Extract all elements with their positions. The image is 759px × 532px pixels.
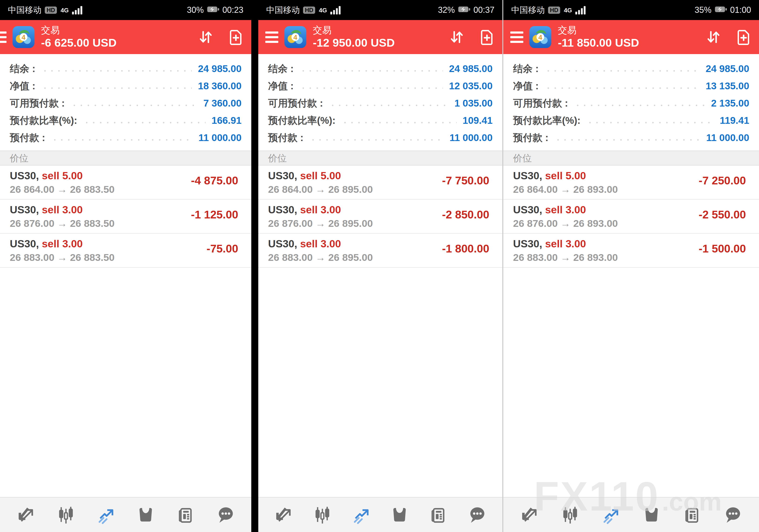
free-margin-label: 可用预付款 : — [268, 97, 323, 110]
tab-news[interactable] — [428, 505, 448, 525]
position-row[interactable]: US30, sell 3.00 26 876.00 → 26 893.00 -2… — [503, 200, 759, 233]
menu-icon[interactable] — [0, 31, 7, 43]
equity-label: 净值 : — [10, 79, 35, 93]
tab-quotes[interactable] — [520, 505, 539, 525]
dotted-leader — [300, 69, 443, 72]
new-order-button[interactable] — [227, 29, 244, 45]
summary-row-free-margin: 可用预付款 : 2 135.00 — [513, 95, 749, 112]
bottom-toolbar — [258, 497, 502, 532]
mt4-app-icon: 4 — [529, 26, 552, 49]
positions-section-header: 价位 — [258, 150, 502, 166]
summary-row-margin-level: 预付款比率(%): 119.41 — [513, 112, 749, 129]
tab-history[interactable] — [642, 505, 661, 525]
sort-icon — [197, 29, 214, 45]
position-symbol: US30, — [10, 238, 39, 250]
position-prices: 26 864.00 → 26 895.00 — [268, 184, 373, 195]
tab-quotes[interactable] — [16, 505, 36, 525]
new-order-icon — [227, 29, 244, 45]
position-side-volume: sell 3.00 — [300, 204, 341, 216]
position-symbol: US30, — [10, 170, 39, 182]
history-icon — [390, 505, 409, 524]
tab-charts[interactable] — [56, 505, 76, 525]
new-order-button[interactable] — [479, 29, 495, 45]
margin-level-label: 预付款比率(%): — [268, 114, 336, 127]
tab-trade-active[interactable] — [601, 505, 621, 525]
margin-value: 11 000.00 — [706, 132, 749, 143]
tab-messages[interactable] — [216, 505, 235, 525]
position-prices: 26 876.00 → 26 893.00 — [513, 218, 618, 229]
battery-charging-icon — [207, 5, 219, 15]
margin-label: 预付款 : — [268, 131, 303, 144]
position-symbol: US30, — [268, 204, 297, 216]
status-bar: 中国移动 HD 4G 32% 00:37 — [258, 0, 502, 20]
position-row[interactable]: US30, sell 5.00 26 864.00 → 26 883.50 -4… — [0, 166, 251, 200]
position-row[interactable]: US30, sell 3.00 26 883.00 → 26 895.00 -1… — [258, 233, 502, 267]
equity-value: 13 135.00 — [706, 80, 749, 92]
equity-value: 18 360.00 — [198, 80, 242, 92]
position-symbol: US30, — [513, 204, 542, 216]
position-row[interactable]: US30, sell 3.00 26 876.00 → 26 883.50 -1… — [0, 200, 251, 233]
tab-charts[interactable] — [312, 505, 333, 525]
tab-news[interactable] — [682, 505, 702, 525]
balance-label: 结余 : — [10, 62, 35, 75]
clock: 00:23 — [222, 5, 243, 15]
empty-area — [0, 267, 251, 497]
account-summary: 结余 : 24 985.00 净值 : 18 360.00 可用预付款 : 7 … — [0, 54, 251, 150]
position-profit: -1 500.00 — [699, 242, 746, 255]
news-icon — [176, 505, 195, 524]
position-row[interactable]: US30, sell 5.00 26 864.00 → 26 893.00 -7… — [503, 166, 759, 200]
position-symbol: US30, — [513, 170, 542, 182]
position-row[interactable]: US30, sell 3.00 26 883.00 → 26 893.00 -1… — [503, 233, 759, 267]
position-row[interactable]: US30, sell 3.00 26 876.00 → 26 895.00 -2… — [258, 200, 502, 233]
summary-row-margin-level: 预付款比率(%): 166.91 — [10, 112, 242, 129]
mt4-app-icon: 4 — [12, 26, 35, 49]
empty-area — [503, 267, 759, 497]
positions-section-header: 价位 — [0, 150, 251, 166]
tab-messages[interactable] — [723, 505, 743, 525]
menu-icon[interactable] — [265, 31, 278, 43]
network-type-label: 4G — [564, 7, 572, 14]
tab-trade-active[interactable] — [351, 505, 371, 525]
sort-button[interactable] — [705, 29, 722, 45]
summary-row-free-margin: 可用预付款 : 7 360.00 — [10, 95, 242, 112]
menu-icon[interactable] — [510, 31, 523, 43]
free-margin-label: 可用预付款 : — [513, 97, 568, 110]
tab-quotes[interactable] — [274, 505, 294, 525]
margin-label: 预付款 : — [10, 131, 45, 144]
position-row[interactable]: US30, sell 3.00 26 883.00 → 26 883.50 -7… — [0, 233, 251, 267]
position-side-volume: sell 3.00 — [545, 238, 586, 250]
position-row[interactable]: US30, sell 5.00 26 864.00 → 26 895.00 -7… — [258, 166, 502, 200]
new-order-button[interactable] — [735, 29, 752, 45]
summary-row-balance: 结余 : 24 985.00 — [10, 60, 242, 77]
position-side-volume: sell 3.00 — [545, 204, 586, 216]
balance-label: 结余 : — [513, 62, 539, 75]
margin-value: 11 000.00 — [198, 132, 242, 143]
sort-icon — [448, 29, 465, 45]
signal-strength-icon — [72, 6, 82, 15]
position-profit: -2 850.00 — [442, 208, 489, 221]
position-symbol: US30, — [513, 238, 542, 250]
tab-history[interactable] — [136, 505, 156, 525]
tab-history[interactable] — [389, 505, 410, 525]
position-symbol: US30, — [10, 204, 39, 216]
news-icon — [683, 505, 702, 524]
account-summary: 结余 : 24 985.00 净值 : 13 135.00 可用预付款 : 2 … — [503, 54, 759, 150]
quotes-icon — [274, 505, 293, 524]
tab-trade-active[interactable] — [96, 505, 116, 525]
tab-news[interactable] — [176, 505, 196, 525]
news-icon — [429, 505, 448, 524]
clock: 00:37 — [473, 5, 495, 15]
position-prices: 26 883.00 → 26 883.50 — [10, 252, 114, 263]
sort-icon — [705, 29, 722, 45]
position-profit: -75.00 — [207, 242, 238, 255]
tab-charts[interactable] — [560, 505, 580, 525]
dotted-leader — [71, 104, 197, 107]
tab-messages[interactable] — [467, 505, 487, 525]
sort-button[interactable] — [448, 29, 465, 45]
chat-icon — [467, 505, 487, 524]
margin-level-label: 预付款比率(%): — [513, 114, 580, 127]
positions-section-label: 价位 — [513, 152, 532, 165]
phone-panel-2: 中国移动 HD 4G 32% 00:37 4 交易 -12 950.00 USD — [258, 0, 502, 532]
dotted-leader — [300, 87, 443, 90]
sort-button[interactable] — [197, 29, 214, 45]
